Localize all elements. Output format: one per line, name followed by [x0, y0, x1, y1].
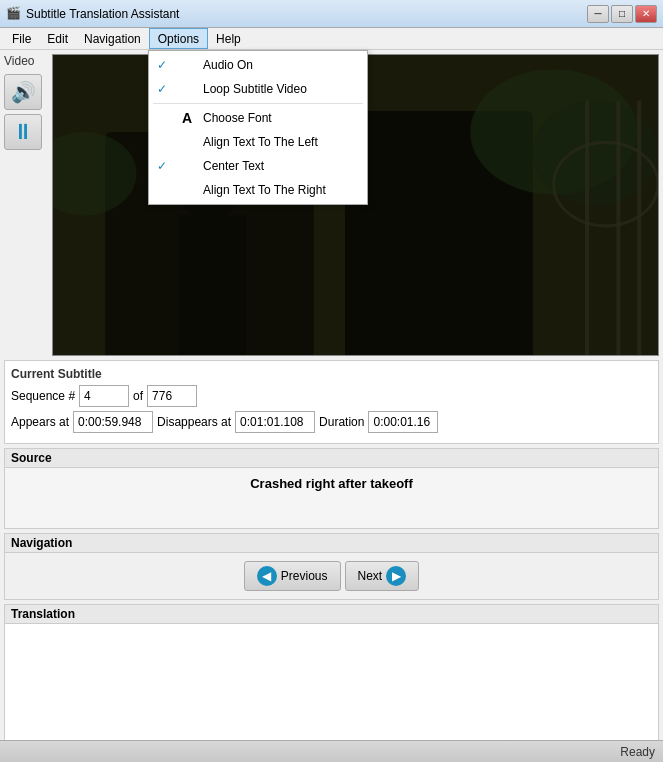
duration-label: Duration: [319, 415, 364, 429]
source-text: Crashed right after takeoff: [5, 468, 658, 528]
total-field: [147, 385, 197, 407]
center-check: ✓: [157, 159, 171, 173]
appears-at-input[interactable]: [73, 411, 153, 433]
loop-icon: [179, 81, 195, 97]
source-panel: Source Crashed right after takeoff: [4, 448, 659, 529]
next-button[interactable]: Next ▶: [345, 561, 420, 591]
svg-rect-11: [178, 215, 246, 355]
translation-input[interactable]: [9, 628, 654, 748]
align-right-icon: [179, 182, 195, 198]
duration-input[interactable]: [368, 411, 438, 433]
svg-rect-13: [392, 195, 449, 331]
menu-align-right[interactable]: Align Text To The Right: [149, 178, 367, 202]
menu-edit[interactable]: Edit: [39, 28, 76, 49]
appears-label: Appears at: [11, 415, 69, 429]
align-right-label: Align Text To The Right: [203, 183, 326, 197]
source-header: Source: [5, 449, 658, 468]
speaker-button[interactable]: 🔊: [4, 74, 42, 110]
translation-body: [5, 624, 658, 752]
loop-subtitle-label: Loop Subtitle Video: [203, 82, 307, 96]
app-icon: 🎬: [6, 6, 22, 22]
menu-file[interactable]: File: [4, 28, 39, 49]
menu-navigation[interactable]: Navigation: [76, 28, 149, 49]
audio-on-label: Audio On: [203, 58, 253, 72]
menu-choose-font[interactable]: A Choose Font: [149, 106, 367, 130]
disappears-label: Disappears at: [157, 415, 231, 429]
svg-rect-6: [585, 101, 589, 355]
status-text: Ready: [620, 745, 655, 759]
font-icon: A: [179, 110, 195, 126]
maximize-button[interactable]: □: [611, 5, 633, 23]
navigation-header: Navigation: [5, 534, 658, 553]
choose-font-label: Choose Font: [203, 111, 272, 125]
translation-header: Translation: [5, 605, 658, 624]
video-label: Video: [4, 54, 48, 68]
menu-options[interactable]: Options: [149, 28, 208, 49]
menu-divider: [153, 103, 363, 104]
previous-label: Previous: [281, 569, 328, 583]
previous-icon: ◀: [257, 566, 277, 586]
next-icon: ▶: [386, 566, 406, 586]
svg-point-12: [389, 130, 447, 197]
total-label: of: [133, 389, 143, 403]
audio-icon: [179, 57, 195, 73]
sequence-input[interactable]: [79, 385, 129, 407]
menu-audio-on[interactable]: ✓ Audio On: [149, 53, 367, 77]
align-left-icon: [179, 134, 195, 150]
svg-rect-8: [637, 101, 641, 355]
speaker-icon: 🔊: [11, 80, 36, 104]
align-left-label: Align Text To The Left: [203, 135, 318, 149]
center-icon: [179, 158, 195, 174]
window-controls: ─ □ ✕: [587, 5, 657, 23]
navigation-body: ◀ Previous Next ▶: [5, 553, 658, 599]
center-text-label: Center Text: [203, 159, 264, 173]
subtitle-title: Current Subtitle: [11, 367, 652, 381]
menu-loop-subtitle[interactable]: ✓ Loop Subtitle Video: [149, 77, 367, 101]
minimize-button[interactable]: ─: [587, 5, 609, 23]
options-dropdown: ✓ Audio On ✓ Loop Subtitle Video A Choos…: [148, 50, 368, 205]
video-controls: Video 🔊 ⏸: [4, 54, 48, 356]
menu-help[interactable]: Help: [208, 28, 249, 49]
svg-rect-7: [616, 101, 620, 355]
menu-bar: File Edit Navigation Options Help: [0, 28, 663, 50]
menu-center-text[interactable]: ✓ Center Text: [149, 154, 367, 178]
sequence-label: Sequence #: [11, 389, 75, 403]
window-title: Subtitle Translation Assistant: [26, 7, 587, 21]
subtitle-section: Current Subtitle Sequence # of Appears a…: [4, 360, 659, 444]
loop-check: ✓: [157, 82, 171, 96]
pause-button[interactable]: ⏸: [4, 114, 42, 150]
close-button[interactable]: ✕: [635, 5, 657, 23]
previous-button[interactable]: ◀ Previous: [244, 561, 341, 591]
menu-align-left[interactable]: Align Text To The Left: [149, 130, 367, 154]
next-label: Next: [358, 569, 383, 583]
translation-section: Translation: [4, 604, 659, 758]
navigation-section: Navigation ◀ Previous Next ▶: [4, 533, 659, 600]
status-bar: Ready: [0, 740, 663, 762]
pause-icon: ⏸: [12, 119, 34, 145]
subtitle-row-sequence: Sequence # of: [11, 385, 652, 407]
title-bar: 🎬 Subtitle Translation Assistant ─ □ ✕: [0, 0, 663, 28]
audio-on-check: ✓: [157, 58, 171, 72]
subtitle-row-timing: Appears at Disappears at Duration: [11, 411, 652, 433]
disappears-at-input[interactable]: [235, 411, 315, 433]
